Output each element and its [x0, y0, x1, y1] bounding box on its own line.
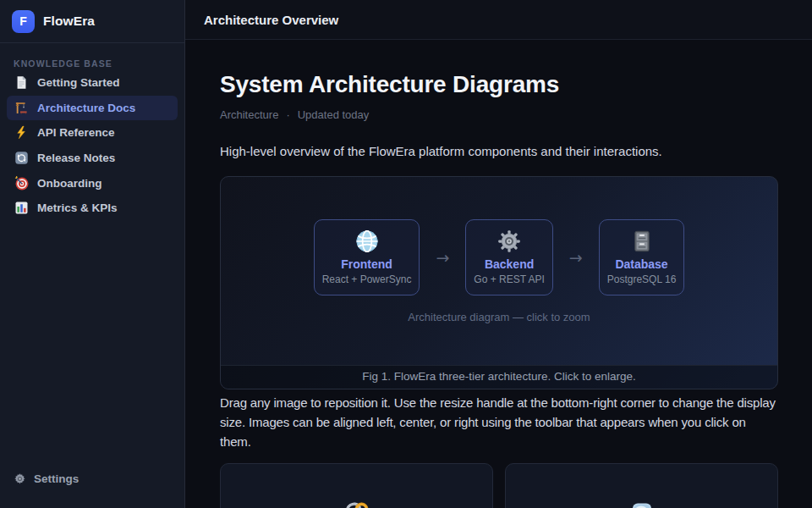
- flow-arrow-icon: →: [436, 248, 449, 267]
- doc-category: Architecture: [220, 108, 278, 121]
- sidebar-item-label: Metrics & KPIs: [37, 202, 118, 214]
- page-title: System Architecture Diagrams: [220, 71, 778, 98]
- app-logo: F: [12, 10, 35, 33]
- sidebar-item-architecture-docs[interactable]: Architecture Docs: [7, 96, 178, 121]
- frontend-node-subtitle: React + PowerSync: [322, 273, 412, 286]
- file-cabinet-icon: [607, 230, 677, 252]
- flow-arrow-icon: →: [569, 248, 583, 267]
- sidebar-header: F FlowEra: [0, 0, 184, 43]
- architecture-diagram[interactable]: Frontend React + PowerSync → Backend Go …: [221, 177, 777, 365]
- gear-icon: [14, 472, 26, 485]
- backend-node: Backend Go + REST API: [465, 219, 552, 295]
- backend-node-title: Backend: [474, 257, 544, 271]
- settings-label: Settings: [34, 472, 79, 485]
- ice-cube-icon: [630, 501, 654, 508]
- sidebar-item-getting-started[interactable]: Getting Started: [7, 70, 178, 96]
- diagram-hint: Architecture diagram — click to zoom: [408, 311, 590, 323]
- doc-updated: Updated today: [298, 108, 370, 121]
- main-area: Architecture Overview System Architectur…: [185, 0, 812, 508]
- diagram-node-row: Frontend React + PowerSync → Backend Go …: [314, 219, 685, 295]
- construction-icon: [14, 101, 29, 115]
- database-node: Database PostgreSQL 16: [599, 219, 685, 295]
- sidebar: F FlowEra KNOWLEDGE BASE Getting Started…: [0, 0, 185, 508]
- sidebar-item-label: API Reference: [37, 126, 115, 139]
- body-paragraph: Drag any image to reposition it. Use the…: [220, 393, 778, 451]
- doc-meta: Architecture · Updated today: [220, 108, 778, 121]
- image-card-right[interactable]: [505, 463, 778, 508]
- zap-icon: [14, 125, 29, 140]
- sidebar-spacer: [0, 221, 184, 472]
- target-icon: [14, 176, 29, 190]
- sidebar-item-label: Architecture Docs: [37, 102, 135, 114]
- arrows-cycle-icon: [14, 151, 29, 165]
- database-node-title: Database: [607, 257, 677, 271]
- bar-chart-icon: [14, 201, 29, 215]
- image-card-left[interactable]: [220, 463, 493, 508]
- sidebar-item-api-reference[interactable]: API Reference: [7, 120, 178, 146]
- sidebar-item-label: Getting Started: [37, 76, 120, 89]
- intro-paragraph: High-level overview of the FlowEra platf…: [220, 144, 778, 158]
- meta-separator: ·: [286, 108, 289, 121]
- gear-icon: [474, 230, 544, 252]
- architecture-figure[interactable]: Frontend React + PowerSync → Backend Go …: [220, 176, 778, 389]
- sidebar-nav: Getting Started Architecture Docs API Re…: [0, 70, 184, 221]
- sidebar-item-metrics-kpis[interactable]: Metrics & KPIs: [7, 196, 178, 221]
- sidebar-item-onboarding[interactable]: Onboarding: [7, 170, 178, 196]
- figure-caption: Fig 1. FlowEra three-tier architecture. …: [221, 365, 777, 389]
- page-icon: [14, 75, 29, 90]
- backend-node-subtitle: Go + REST API: [474, 273, 544, 286]
- frontend-node-title: Frontend: [322, 257, 412, 271]
- rings-icon: [345, 501, 369, 508]
- globe-icon: [322, 230, 412, 252]
- frontend-node: Frontend React + PowerSync: [314, 219, 420, 295]
- sidebar-item-release-notes[interactable]: Release Notes: [7, 146, 178, 171]
- image-card-grid: [220, 463, 778, 508]
- sidebar-item-label: Release Notes: [37, 152, 115, 164]
- app-name: FlowEra: [43, 14, 95, 29]
- topbar: Architecture Overview: [185, 0, 812, 40]
- document-content[interactable]: System Architecture Diagrams Architectur…: [185, 40, 812, 508]
- sidebar-item-label: Onboarding: [37, 177, 102, 190]
- database-node-subtitle: PostgreSQL 16: [607, 273, 677, 286]
- topbar-title: Architecture Overview: [204, 13, 338, 27]
- sidebar-section-label: KNOWLEDGE BASE: [14, 58, 171, 69]
- settings-button[interactable]: Settings: [0, 472, 184, 508]
